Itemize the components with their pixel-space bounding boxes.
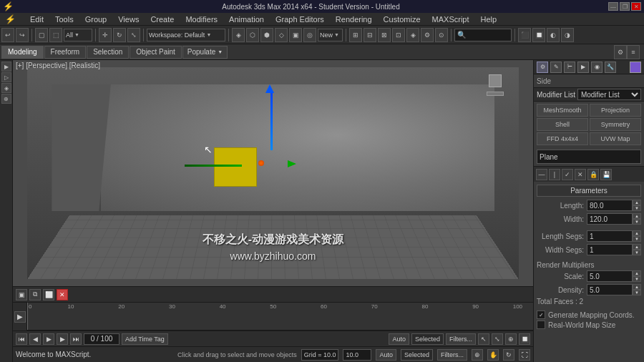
lv-btn3[interactable]: ◈ (1, 83, 11, 93)
object-color-swatch[interactable] (630, 62, 641, 73)
menu-item-graph[interactable]: Graph Editors (273, 15, 326, 24)
mod-projection[interactable]: Projection (590, 104, 641, 117)
workspace-dropdown[interactable]: Workspace: Default (147, 29, 225, 41)
obj-name-box[interactable]: Plane (537, 150, 641, 164)
create-btn6[interactable]: ◎ (303, 28, 316, 42)
spin-scale-down[interactable]: ▼ (633, 276, 641, 282)
tab-freeform[interactable]: Freeform (44, 46, 87, 59)
param-scale-input[interactable]: 5.0 (587, 270, 633, 282)
checkbox-mapping[interactable] (537, 310, 545, 319)
menu-item-help[interactable]: Help (479, 15, 499, 24)
select-button[interactable]: ▢ (35, 28, 48, 42)
prev-frame-btn[interactable]: ◀ (29, 333, 41, 345)
minimize-button[interactable]: — (608, 2, 618, 11)
timeline-track[interactable]: 0 10 20 30 40 50 60 70 80 90 100 (27, 303, 533, 331)
menu-item-maxscript[interactable]: MAXScript (430, 15, 472, 24)
tab-object-paint[interactable]: Object Paint (130, 46, 181, 59)
modifier-list-dropdown[interactable]: Modifier List (577, 89, 641, 100)
spin-wsegs-down[interactable]: ▼ (633, 250, 641, 255)
nav-btn2[interactable]: ⤡ (492, 333, 503, 345)
tb-btn-a7[interactable]: ⊙ (435, 28, 448, 42)
menu-item-animation[interactable]: Animation (227, 15, 266, 24)
scale-button[interactable]: ⤡ (127, 28, 140, 42)
next-frame-btn[interactable]: ▶ (57, 333, 68, 345)
rp-icon-modify[interactable]: ✎ (550, 62, 562, 73)
toggle-btn4[interactable]: ✕ (57, 289, 68, 300)
lv-btn2[interactable]: ▷ (1, 72, 11, 82)
nav-orbit-btn[interactable]: ↻ (503, 349, 514, 361)
create-btn5[interactable]: ▣ (289, 28, 302, 42)
rp-icon-display[interactable]: ◉ (591, 62, 602, 73)
create-btn[interactable]: ◈ (232, 28, 245, 42)
tb-btn-a6[interactable]: ⚙ (421, 28, 434, 42)
menu-item-modifiers[interactable]: Modifiers (183, 15, 220, 24)
select-region-button[interactable]: ⬚ (49, 28, 62, 42)
nav-btn3[interactable]: ⊕ (505, 333, 517, 345)
toggle-btn3[interactable]: ⬜ (43, 289, 54, 300)
rpt-minus[interactable]: — (536, 169, 547, 180)
menu-item-views[interactable]: Views (116, 15, 141, 24)
param-lsegs-input[interactable]: 1 (587, 230, 633, 242)
add-time-tag-btn[interactable]: Add Time Tag (122, 333, 168, 345)
undo-button[interactable]: ↩ (1, 28, 14, 42)
spin-lsegs-down[interactable]: ▼ (633, 236, 641, 242)
spin-width-up[interactable]: ▲ (633, 213, 641, 219)
redo-button[interactable]: ↪ (16, 28, 29, 42)
rotate-button[interactable]: ↻ (113, 28, 126, 42)
menu-item-group[interactable]: Group (83, 15, 109, 24)
create-btn3[interactable]: ⬢ (260, 28, 273, 42)
toggle-btn1[interactable]: ▣ (16, 289, 27, 300)
param-length-input[interactable]: 80.0 (587, 200, 633, 211)
nav-btn1[interactable]: ↖ (478, 333, 489, 345)
rp-icon-motion[interactable]: ▶ (577, 62, 589, 73)
close-button[interactable]: ✕ (631, 2, 641, 11)
param-density-input[interactable]: 5.0 (587, 284, 633, 295)
nav-zoom-btn[interactable]: ⊕ (472, 349, 483, 361)
tb-btn-a5[interactable]: ◈ (406, 28, 419, 42)
menu-item-edit[interactable]: Edit (28, 15, 46, 24)
select-mode-dropdown[interactable]: All (64, 29, 92, 41)
toggle-btn2[interactable]: ⧉ (29, 289, 41, 300)
param-wsegs-input[interactable]: 1 (587, 244, 633, 255)
tb-btn-a3[interactable]: ⊠ (378, 28, 391, 42)
menu-item-rendering[interactable]: Rendering (333, 15, 374, 24)
move-button[interactable]: ✛ (99, 28, 112, 42)
mod-symmetry[interactable]: Symmetry (590, 118, 641, 131)
spin-down[interactable]: ▼ (633, 205, 641, 211)
checkbox-realworld[interactable] (537, 321, 545, 329)
viewport[interactable]: [+] [Perspective] [Realistic] (13, 60, 533, 286)
nav-btn4[interactable]: 🔲 (519, 333, 530, 345)
play-btn[interactable]: ▶ (14, 311, 26, 323)
filters-status-btn[interactable]: Filters... (437, 349, 467, 361)
spin-up[interactable]: ▲ (633, 200, 641, 205)
tb-btn-a2[interactable]: ⊟ (364, 28, 376, 42)
filters-btn[interactable]: Filters... (446, 333, 476, 345)
lv-btn1[interactable]: ▶ (1, 62, 11, 72)
spin-density-down[interactable]: ▼ (633, 290, 641, 295)
rp-icon-create[interactable]: ⚙ (537, 62, 548, 73)
new-dropdown[interactable]: New (318, 29, 343, 41)
rpt-pipe[interactable]: | (549, 169, 560, 180)
tb-btn-a4[interactable]: ⊡ (392, 28, 405, 42)
menu-item-customize[interactable]: Customize (381, 15, 423, 24)
mod-shell[interactable]: Shell (537, 118, 588, 131)
mode-settings-btn[interactable]: ⚙ (614, 45, 627, 59)
tb-btn-a1[interactable]: ⊞ (349, 28, 362, 42)
spin-wsegs-up[interactable]: ▲ (633, 244, 641, 250)
rp-icon-utils[interactable]: 🔧 (605, 62, 616, 73)
spin-scale-up[interactable]: ▲ (633, 270, 641, 276)
search-input[interactable] (454, 29, 512, 41)
rpt-save[interactable]: 💾 (600, 169, 612, 180)
mod-ffd[interactable]: FFD 4x4x4 (537, 132, 588, 145)
play-btn-main[interactable]: ▶ (43, 333, 54, 345)
auto-btn[interactable]: Auto (376, 349, 396, 361)
tb-btn-b1[interactable]: ⬛ (518, 28, 531, 42)
spin-lsegs-up[interactable]: ▲ (633, 230, 641, 236)
rpt-lock[interactable]: 🔒 (587, 169, 599, 180)
tb-btn-b3[interactable]: ◐ (547, 28, 560, 42)
grid-input[interactable]: 10.0 (343, 349, 371, 361)
populate-dropdown[interactable]: Populate (182, 46, 228, 59)
rp-icon-hier[interactable]: ⊢ (564, 62, 575, 73)
rpt-check[interactable]: ✓ (562, 169, 573, 180)
param-width-input[interactable]: 120.0 (587, 213, 633, 225)
